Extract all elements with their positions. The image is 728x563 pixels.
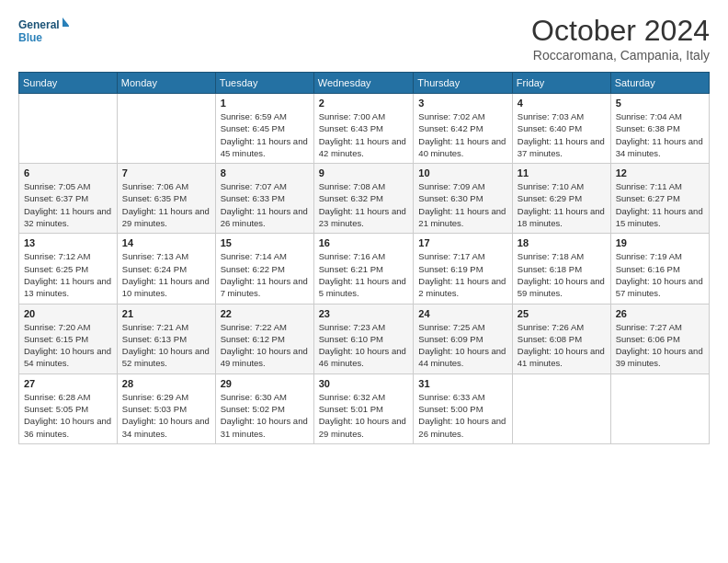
day-info: Sunrise: 7:16 AM Sunset: 6:21 PM Dayligh…: [319, 250, 409, 299]
day-number: 17: [418, 237, 506, 248]
day-info: Sunrise: 7:23 AM Sunset: 6:10 PM Dayligh…: [319, 321, 409, 370]
month-title: October 2024: [531, 14, 710, 48]
day-number: 2: [319, 98, 409, 109]
day-number: 24: [418, 308, 506, 319]
day-number: 31: [418, 378, 506, 389]
table-row: 6Sunrise: 7:05 AM Sunset: 6:37 PM Daylig…: [19, 164, 118, 234]
day-info: Sunrise: 7:02 AM Sunset: 6:42 PM Dayligh…: [418, 110, 506, 159]
day-number: 14: [122, 237, 210, 248]
table-row: 31Sunrise: 6:33 AM Sunset: 5:00 PM Dayli…: [414, 373, 512, 443]
table-row: 19Sunrise: 7:19 AM Sunset: 6:16 PM Dayli…: [610, 234, 709, 304]
header-tuesday: Tuesday: [215, 73, 313, 94]
day-number: 5: [616, 98, 704, 109]
table-row: [512, 373, 610, 443]
table-row: 16Sunrise: 7:16 AM Sunset: 6:21 PM Dayli…: [313, 234, 414, 304]
day-number: 11: [518, 167, 606, 178]
day-info: Sunrise: 7:26 AM Sunset: 6:08 PM Dayligh…: [518, 321, 606, 370]
calendar-week-row: 6Sunrise: 7:05 AM Sunset: 6:37 PM Daylig…: [19, 164, 710, 234]
day-number: 15: [221, 237, 309, 248]
table-row: 4Sunrise: 7:03 AM Sunset: 6:40 PM Daylig…: [512, 94, 610, 164]
day-number: 19: [616, 237, 704, 248]
day-info: Sunrise: 7:22 AM Sunset: 6:12 PM Dayligh…: [221, 321, 309, 370]
day-info: Sunrise: 7:19 AM Sunset: 6:16 PM Dayligh…: [616, 250, 704, 299]
day-number: 29: [221, 378, 309, 389]
table-row: 22Sunrise: 7:22 AM Sunset: 6:12 PM Dayli…: [215, 304, 313, 373]
day-number: 27: [24, 378, 112, 389]
day-info: Sunrise: 7:14 AM Sunset: 6:22 PM Dayligh…: [221, 250, 309, 299]
table-row: 8Sunrise: 7:07 AM Sunset: 6:33 PM Daylig…: [215, 164, 313, 234]
day-number: 20: [24, 308, 112, 319]
day-number: 22: [221, 308, 309, 319]
day-info: Sunrise: 7:04 AM Sunset: 6:38 PM Dayligh…: [616, 110, 704, 159]
table-row: [117, 94, 215, 164]
day-number: 13: [24, 237, 112, 248]
table-row: 30Sunrise: 6:32 AM Sunset: 5:01 PM Dayli…: [313, 373, 414, 443]
logo: General Blue: [18, 14, 69, 49]
day-number: 16: [319, 237, 409, 248]
day-info: Sunrise: 7:03 AM Sunset: 6:40 PM Dayligh…: [518, 110, 606, 159]
table-row: 14Sunrise: 7:13 AM Sunset: 6:24 PM Dayli…: [117, 234, 215, 304]
day-info: Sunrise: 7:12 AM Sunset: 6:25 PM Dayligh…: [24, 250, 112, 299]
day-info: Sunrise: 6:59 AM Sunset: 6:45 PM Dayligh…: [221, 110, 309, 159]
day-number: 7: [122, 167, 210, 178]
table-row: 10Sunrise: 7:09 AM Sunset: 6:30 PM Dayli…: [414, 164, 512, 234]
day-info: Sunrise: 7:00 AM Sunset: 6:43 PM Dayligh…: [319, 110, 409, 159]
svg-text:General: General: [18, 18, 60, 31]
table-row: 28Sunrise: 6:29 AM Sunset: 5:03 PM Dayli…: [117, 373, 215, 443]
day-info: Sunrise: 7:18 AM Sunset: 6:18 PM Dayligh…: [518, 250, 606, 299]
day-number: 1: [221, 98, 309, 109]
header-friday: Friday: [512, 73, 610, 94]
day-info: Sunrise: 7:06 AM Sunset: 6:35 PM Dayligh…: [122, 180, 210, 229]
title-block: October 2024 Roccaromana, Campania, Ital…: [531, 14, 710, 63]
header-sunday: Sunday: [19, 73, 118, 94]
calendar: Sunday Monday Tuesday Wednesday Thursday…: [18, 72, 710, 444]
day-info: Sunrise: 7:27 AM Sunset: 6:06 PM Dayligh…: [616, 321, 704, 370]
table-row: 2Sunrise: 7:00 AM Sunset: 6:43 PM Daylig…: [313, 94, 414, 164]
location: Roccaromana, Campania, Italy: [531, 48, 710, 63]
table-row: 18Sunrise: 7:18 AM Sunset: 6:18 PM Dayli…: [512, 234, 610, 304]
table-row: 27Sunrise: 6:28 AM Sunset: 5:05 PM Dayli…: [19, 373, 118, 443]
table-row: 21Sunrise: 7:21 AM Sunset: 6:13 PM Dayli…: [117, 304, 215, 373]
calendar-week-row: 20Sunrise: 7:20 AM Sunset: 6:15 PM Dayli…: [19, 304, 710, 373]
day-number: 21: [122, 308, 210, 319]
table-row: 12Sunrise: 7:11 AM Sunset: 6:27 PM Dayli…: [610, 164, 709, 234]
day-number: 3: [418, 98, 506, 109]
day-info: Sunrise: 7:11 AM Sunset: 6:27 PM Dayligh…: [616, 180, 704, 229]
day-number: 9: [319, 167, 409, 178]
day-number: 25: [518, 308, 606, 319]
table-row: 23Sunrise: 7:23 AM Sunset: 6:10 PM Dayli…: [313, 304, 414, 373]
svg-marker-2: [63, 17, 69, 27]
logo-svg: General Blue: [18, 14, 69, 49]
day-info: Sunrise: 7:09 AM Sunset: 6:30 PM Dayligh…: [418, 180, 506, 229]
table-row: 11Sunrise: 7:10 AM Sunset: 6:29 PM Dayli…: [512, 164, 610, 234]
calendar-week-row: 27Sunrise: 6:28 AM Sunset: 5:05 PM Dayli…: [19, 373, 710, 443]
svg-text:Blue: Blue: [18, 31, 42, 44]
table-row: 1Sunrise: 6:59 AM Sunset: 6:45 PM Daylig…: [215, 94, 313, 164]
day-info: Sunrise: 6:29 AM Sunset: 5:03 PM Dayligh…: [122, 391, 210, 440]
day-number: 12: [616, 167, 704, 178]
day-info: Sunrise: 6:32 AM Sunset: 5:01 PM Dayligh…: [319, 391, 409, 440]
day-info: Sunrise: 6:30 AM Sunset: 5:02 PM Dayligh…: [221, 391, 309, 440]
table-row: 20Sunrise: 7:20 AM Sunset: 6:15 PM Dayli…: [19, 304, 118, 373]
day-info: Sunrise: 7:05 AM Sunset: 6:37 PM Dayligh…: [24, 180, 112, 229]
header-wednesday: Wednesday: [313, 73, 414, 94]
day-info: Sunrise: 7:21 AM Sunset: 6:13 PM Dayligh…: [122, 321, 210, 370]
day-info: Sunrise: 7:17 AM Sunset: 6:19 PM Dayligh…: [418, 250, 506, 299]
day-info: Sunrise: 6:33 AM Sunset: 5:00 PM Dayligh…: [418, 391, 506, 440]
page: General Blue October 2024 Roccaromana, C…: [0, 0, 728, 563]
table-row: 24Sunrise: 7:25 AM Sunset: 6:09 PM Dayli…: [414, 304, 512, 373]
table-row: 17Sunrise: 7:17 AM Sunset: 6:19 PM Dayli…: [414, 234, 512, 304]
day-number: 18: [518, 237, 606, 248]
table-row: 15Sunrise: 7:14 AM Sunset: 6:22 PM Dayli…: [215, 234, 313, 304]
table-row: 9Sunrise: 7:08 AM Sunset: 6:32 PM Daylig…: [313, 164, 414, 234]
day-info: Sunrise: 7:07 AM Sunset: 6:33 PM Dayligh…: [221, 180, 309, 229]
table-row: 29Sunrise: 6:30 AM Sunset: 5:02 PM Dayli…: [215, 373, 313, 443]
calendar-header-row: Sunday Monday Tuesday Wednesday Thursday…: [19, 73, 710, 94]
header-monday: Monday: [117, 73, 215, 94]
table-row: 13Sunrise: 7:12 AM Sunset: 6:25 PM Dayli…: [19, 234, 118, 304]
day-number: 10: [418, 167, 506, 178]
table-row: [610, 373, 709, 443]
table-row: 7Sunrise: 7:06 AM Sunset: 6:35 PM Daylig…: [117, 164, 215, 234]
day-info: Sunrise: 7:13 AM Sunset: 6:24 PM Dayligh…: [122, 250, 210, 299]
day-info: Sunrise: 7:20 AM Sunset: 6:15 PM Dayligh…: [24, 321, 112, 370]
